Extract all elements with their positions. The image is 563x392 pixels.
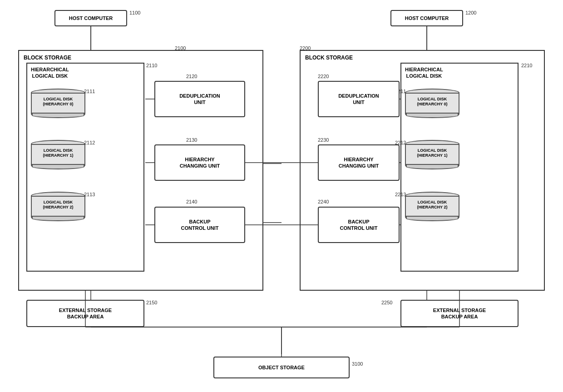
logical-disk-h1-1: LOGICAL DISK(HIERARCHY 1) — [31, 140, 85, 169]
ref-2210: 2210 — [521, 63, 532, 68]
external-storage-backup-area-1: EXTERNAL STORAGE BACKUP AREA — [26, 300, 144, 327]
logical-disk-h1-2: LOGICAL DISK(HIERARCHY 1) — [405, 140, 459, 169]
ref-2100: 2100 — [175, 45, 186, 51]
ref-2230: 2230 — [318, 137, 329, 143]
ref-1100: 1100 — [129, 10, 140, 15]
diagram: HOST COMPUTER 1100 HOST COMPUTER 1200 BL… — [0, 0, 563, 392]
ref-2240: 2240 — [318, 199, 329, 204]
ref-2111: 2111 — [84, 89, 95, 94]
ref-2112: 2112 — [84, 140, 95, 145]
ref-2110: 2110 — [146, 63, 157, 68]
logical-disk-h2-2: LOGICAL DISK(HIERARCHY 2) — [405, 192, 459, 221]
deduplication-unit-2: DEDUPLICATION UNIT — [318, 81, 400, 117]
host-computer-1: HOST COMPUTER — [54, 10, 127, 26]
backup-control-unit-1: BACKUP CONTROL UNIT — [154, 207, 245, 243]
logical-disk-h2-1: LOGICAL DISK(HIERARCHY 2) — [31, 192, 85, 221]
deduplication-unit-1: DEDUPLICATION UNIT — [154, 81, 245, 117]
host-computer-2: HOST COMPUTER — [390, 10, 463, 26]
hierarchy-changing-unit-2: HIERARCHY CHANGING UNIT — [318, 144, 400, 181]
ref-2150: 2150 — [146, 300, 157, 305]
ref-2213: 2213 — [395, 192, 406, 197]
hierarchy-changing-unit-1: HIERARCHY CHANGING UNIT — [154, 144, 245, 181]
logical-disk-h0-2: LOGICAL DISK(HIERARCHY 0) — [405, 89, 459, 118]
object-storage: OBJECT STORAGE — [213, 357, 350, 378]
external-storage-backup-area-2: EXTERNAL STORAGE BACKUP AREA — [400, 300, 519, 327]
ref-2220: 2220 — [318, 74, 329, 79]
logical-disk-h0-1: LOGICAL DISK(HIERARCHY 0) — [31, 89, 85, 118]
ref-2130: 2130 — [186, 137, 197, 143]
ref-2113: 2113 — [84, 192, 95, 197]
ref-3100: 3100 — [352, 361, 363, 367]
ref-2140: 2140 — [186, 199, 197, 204]
ref-1200: 1200 — [465, 10, 476, 15]
ref-2250: 2250 — [381, 300, 392, 305]
backup-control-unit-2: BACKUP CONTROL UNIT — [318, 207, 400, 243]
ref-2200: 2200 — [300, 45, 311, 51]
ref-2120: 2120 — [186, 74, 197, 79]
